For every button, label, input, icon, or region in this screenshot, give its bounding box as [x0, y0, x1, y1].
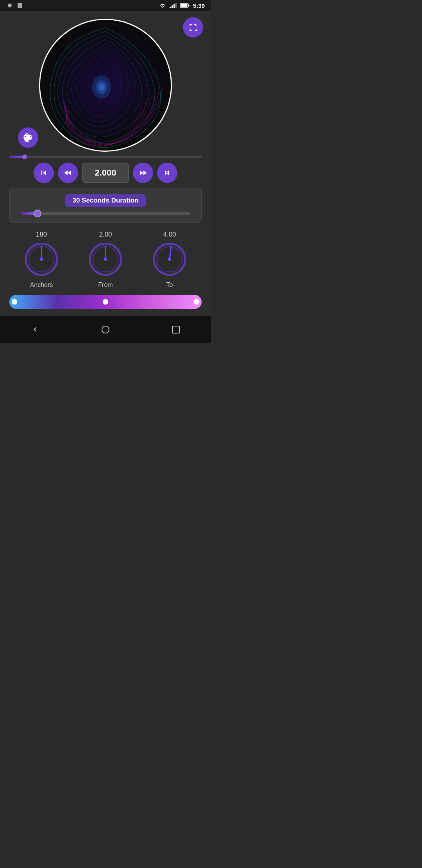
skip-back-button[interactable]: [34, 163, 54, 183]
svg-rect-1: [18, 3, 22, 8]
back-icon: [30, 325, 40, 334]
rewind-button[interactable]: [58, 163, 78, 183]
svg-point-24: [168, 258, 171, 261]
skip-forward-button[interactable]: [157, 163, 177, 183]
transport-controls: 2.000: [6, 163, 205, 183]
home-icon: [101, 325, 110, 334]
svg-rect-5: [175, 3, 177, 8]
progress-bar[interactable]: [9, 156, 202, 158]
transport-value: 2.000: [95, 168, 116, 178]
fast-forward-button[interactable]: [133, 163, 153, 183]
canvas-area: [6, 19, 205, 152]
to-label: To: [166, 282, 173, 289]
spiral-svg: [40, 20, 171, 151]
nav-back-button[interactable]: [25, 320, 45, 339]
color-gradient-bar[interactable]: [9, 295, 202, 309]
expand-icon: [188, 22, 198, 32]
duration-label-container: 30 Seconds Duration: [18, 194, 193, 207]
transport-display: 2.000: [82, 163, 129, 183]
palette-button[interactable]: [18, 127, 38, 148]
skip-back-icon: [39, 168, 48, 178]
from-knob-svg: [88, 242, 123, 277]
sim-icon: [16, 2, 23, 9]
signal-icon: [170, 3, 177, 8]
duration-panel: 30 Seconds Duration: [9, 188, 202, 223]
anchors-knob-container: 180 Anchors: [14, 231, 69, 289]
svg-rect-26: [172, 326, 179, 333]
duration-slider-thumb[interactable]: [34, 210, 41, 217]
color-dot-mid[interactable]: [103, 299, 108, 305]
nav-home-button[interactable]: [96, 320, 115, 339]
to-knob-container: 4.00 To: [142, 231, 197, 289]
anchors-knob-svg: [24, 242, 59, 277]
svg-rect-3: [172, 5, 173, 8]
skip-forward-icon: [163, 168, 172, 178]
svg-rect-2: [170, 7, 171, 8]
progress-thumb[interactable]: [22, 154, 27, 159]
fullscreen-button[interactable]: [183, 17, 203, 38]
svg-point-12: [98, 83, 105, 91]
anchors-knob[interactable]: [24, 242, 59, 277]
svg-point-0: [8, 4, 12, 7]
recents-icon: [171, 325, 181, 334]
svg-rect-8: [180, 4, 187, 7]
wifi-icon: [159, 3, 166, 8]
fast-forward-icon: [138, 168, 148, 178]
camera-icon: [6, 2, 13, 9]
svg-point-16: [40, 258, 43, 261]
from-knob[interactable]: [88, 242, 123, 277]
anchors-value: 180: [36, 231, 47, 239]
status-bar: 5:39: [0, 0, 211, 11]
from-value: 2.00: [99, 231, 112, 239]
svg-point-25: [102, 326, 109, 333]
svg-rect-7: [188, 5, 190, 6]
nav-bar: [0, 316, 211, 343]
main-content: 2.000 30 Seconds Duration 180: [0, 11, 211, 316]
status-right-icons: 5:39: [159, 2, 205, 9]
anchors-label: Anchors: [30, 282, 53, 289]
to-knob[interactable]: [152, 242, 187, 277]
nav-recents-button[interactable]: [166, 320, 186, 339]
from-knob-container: 2.00 From: [78, 231, 133, 289]
rewind-icon: [63, 168, 73, 178]
from-label: From: [98, 282, 113, 289]
status-left-icons: [6, 2, 23, 9]
to-value: 4.00: [163, 231, 176, 239]
svg-rect-4: [173, 4, 175, 8]
spiral-visualization: [39, 19, 172, 152]
duration-label: 30 Seconds Duration: [65, 194, 145, 207]
to-knob-svg: [152, 242, 187, 277]
palette-icon: [23, 132, 34, 143]
status-time: 5:39: [193, 2, 205, 9]
battery-icon: [180, 3, 190, 8]
color-dot-right[interactable]: [194, 299, 199, 305]
svg-point-20: [104, 258, 107, 261]
knobs-section: 180 Anchors 2.00: [9, 231, 202, 289]
duration-slider[interactable]: [21, 212, 190, 215]
color-dot-left[interactable]: [12, 299, 17, 305]
